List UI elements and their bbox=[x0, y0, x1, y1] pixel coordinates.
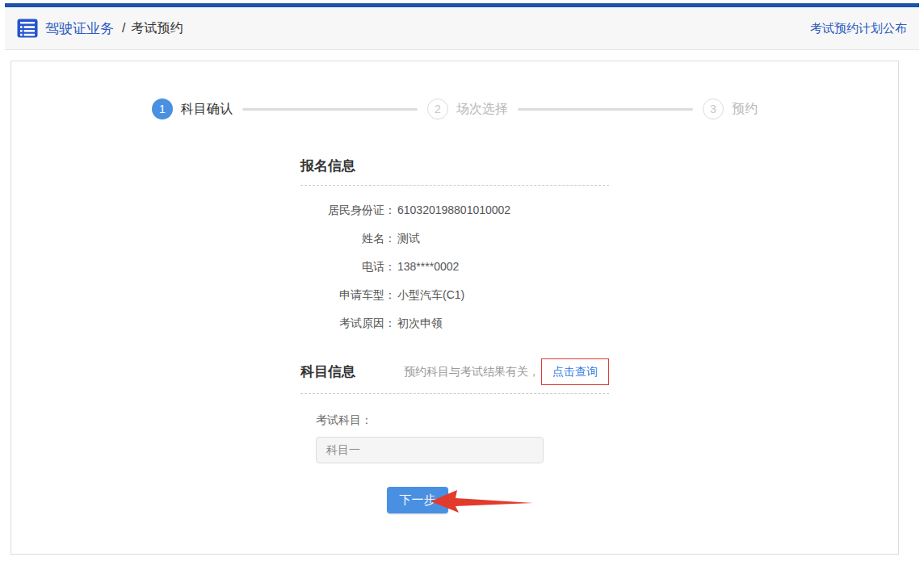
annotation-highlight-box: 点击查询 bbox=[541, 358, 609, 385]
step-3-circle: 3 bbox=[703, 98, 724, 119]
subject-section: 科目信息 预约科目与考试结果有关， 点击查询 考试科目： 科目一 下一步 bbox=[300, 358, 609, 513]
field-label: 姓名： bbox=[300, 232, 396, 246]
stepper: 1 科目确认 2 场次选择 3 预约 bbox=[152, 98, 758, 119]
registration-title: 报名信息 bbox=[300, 158, 355, 174]
page: 驾驶证业务 / 考试预约 考试预约计划公布 1 科目确认 2 场次选择 3 预约 bbox=[0, 0, 924, 574]
button-row: 下一步 bbox=[387, 487, 609, 513]
next-step-button[interactable]: 下一步 bbox=[387, 487, 448, 513]
exam-subject-field: 考试科目： 科目一 bbox=[316, 413, 609, 463]
header-actions: 考试预约计划公布 bbox=[810, 21, 907, 36]
content-column: 报名信息 居民身份证： 610320198801010002 姓名： 测试 电话… bbox=[300, 157, 609, 513]
step-session-select: 2 场次选择 bbox=[427, 98, 508, 119]
registration-section: 报名信息 居民身份证： 610320198801010002 姓名： 测试 电话… bbox=[300, 157, 609, 331]
exam-subject-label: 考试科目： bbox=[316, 413, 609, 428]
step-connector bbox=[242, 108, 418, 111]
exam-plan-link[interactable]: 考试预约计划公布 bbox=[810, 21, 907, 35]
list-icon bbox=[17, 19, 38, 38]
field-phone: 电话： 138****0002 bbox=[300, 260, 609, 274]
field-name: 姓名： 测试 bbox=[300, 232, 609, 246]
breadcrumb-section[interactable]: 驾驶证业务 bbox=[45, 19, 114, 38]
breadcrumb: 驾驶证业务 / 考试预约 bbox=[17, 19, 183, 38]
field-label: 考试原因： bbox=[300, 316, 396, 331]
step-3-label: 预约 bbox=[732, 101, 758, 118]
field-id-number: 居民身份证： 610320198801010002 bbox=[300, 203, 609, 218]
query-link[interactable]: 点击查询 bbox=[552, 365, 598, 378]
breadcrumb-separator: / bbox=[122, 21, 125, 36]
header-bar: 驾驶证业务 / 考试预约 考试预约计划公布 bbox=[5, 3, 919, 50]
step-1-label: 科目确认 bbox=[181, 101, 233, 118]
step-appointment: 3 预约 bbox=[703, 98, 758, 119]
step-connector bbox=[518, 108, 693, 111]
field-label: 申请车型： bbox=[300, 288, 396, 303]
step-1-circle: 1 bbox=[152, 98, 173, 119]
field-value: 小型汽车(C1) bbox=[397, 288, 464, 303]
subject-title: 科目信息 bbox=[300, 362, 355, 381]
field-label: 居民身份证： bbox=[300, 203, 396, 218]
step-2-circle: 2 bbox=[427, 98, 448, 119]
field-exam-reason: 考试原因： 初次申领 bbox=[300, 316, 609, 331]
subject-section-header: 科目信息 预约科目与考试结果有关， 点击查询 bbox=[300, 358, 609, 394]
step-2-label: 场次选择 bbox=[456, 101, 508, 118]
step-subject-confirm: 1 科目确认 bbox=[152, 98, 233, 119]
field-value: 610320198801010002 bbox=[397, 203, 510, 218]
breadcrumb-current: 考试预约 bbox=[131, 20, 183, 37]
registration-fields: 居民身份证： 610320198801010002 姓名： 测试 电话： 138… bbox=[300, 203, 609, 331]
exam-subject-input[interactable]: 科目一 bbox=[316, 437, 544, 463]
field-value: 138****0002 bbox=[397, 260, 459, 274]
registration-section-header: 报名信息 bbox=[300, 157, 609, 186]
field-label: 电话： bbox=[300, 260, 396, 274]
subject-note: 预约科目与考试结果有关， bbox=[404, 365, 540, 379]
field-value: 初次申领 bbox=[397, 316, 443, 331]
field-vehicle-type: 申请车型： 小型汽车(C1) bbox=[300, 288, 609, 303]
field-value: 测试 bbox=[397, 232, 420, 246]
main-card: 1 科目确认 2 场次选择 3 预约 报名信息 居 bbox=[10, 61, 899, 555]
